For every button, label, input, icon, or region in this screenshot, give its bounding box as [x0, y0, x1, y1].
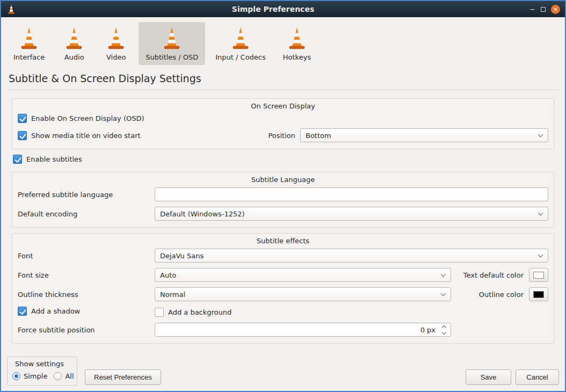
checkbox-box — [18, 307, 27, 316]
text-default-color-label: Text default color — [451, 271, 529, 279]
interface-icon — [17, 26, 41, 50]
tab-input-codecs[interactable]: Input / Codecs — [208, 22, 273, 65]
heading-divider — [8, 90, 558, 90]
simple-preferences-window: { "window": { "title": "Simple Preferenc… — [0, 0, 566, 392]
show-settings-groupbox: Show settings Simple All — [7, 357, 77, 386]
outline-thickness-label: Outline thickness — [18, 291, 155, 299]
checkbox-label: Add a background — [168, 308, 231, 316]
save-button[interactable]: Save — [466, 369, 511, 385]
radio-label: Simple — [24, 372, 47, 380]
input-codecs-icon — [228, 26, 253, 50]
font-size-label: Font size — [18, 271, 155, 279]
select-value: Bottom — [306, 132, 331, 140]
radio-circle — [54, 372, 62, 380]
enable-osd-checkbox[interactable]: Enable On Screen Display (OSD) — [18, 114, 144, 123]
force-position-label: Force subtitle position — [18, 326, 155, 334]
vlc-cone-icon — [6, 4, 17, 14]
select-value: DejaVu Sans — [160, 252, 204, 260]
tab-label: Interface — [13, 53, 45, 61]
select-value: Default (Windows-1252) — [160, 210, 245, 218]
window-title: Simple Preferences — [17, 5, 529, 13]
select-value: Normal — [160, 291, 185, 299]
tab-video[interactable]: Video — [97, 22, 135, 65]
tab-label: Video — [106, 53, 126, 61]
preferred-language-label: Preferred subtitle language — [18, 191, 155, 199]
default-encoding-label: Default encoding — [18, 210, 155, 218]
checkbox-label: Enable subtitles — [26, 155, 82, 163]
chevron-down-icon — [538, 132, 543, 137]
font-label: Font — [18, 252, 155, 260]
outline-thickness-select[interactable]: Normal — [155, 287, 451, 301]
text-default-color-button[interactable] — [529, 268, 548, 282]
groupbox-title: Subtitle effects — [17, 237, 549, 245]
window-controls: − ✕ — [529, 5, 560, 14]
spin-up-icon — [442, 325, 446, 329]
spin-down-icon — [442, 330, 446, 334]
minimize-button[interactable]: − — [529, 6, 535, 13]
spinner-value: 0 px — [420, 326, 436, 334]
tab-audio[interactable]: Audio — [55, 22, 93, 65]
checkbox-label: Enable On Screen Display (OSD) — [31, 114, 144, 122]
chevron-down-icon — [538, 252, 543, 258]
radio-simple[interactable]: Simple — [12, 372, 47, 380]
checkbox-box — [18, 131, 27, 140]
default-encoding-select[interactable]: Default (Windows-1252) — [155, 207, 548, 221]
subtitle-effects-groupbox: Subtitle effects Font DejaVu Sans Font s… — [12, 233, 554, 344]
video-icon — [104, 26, 128, 50]
add-shadow-checkbox[interactable]: Add a shadow — [18, 307, 80, 316]
osd-groupbox: On Screen Display Enable On Screen Displ… — [12, 98, 554, 149]
outline-color-button[interactable] — [529, 287, 548, 301]
subtitles-osd-icon — [159, 26, 184, 50]
maximize-button[interactable] — [541, 7, 546, 12]
checkbox-box — [13, 155, 22, 164]
add-background-checkbox[interactable]: Add a background — [155, 308, 231, 317]
checkbox-label: Show media title on video start — [31, 132, 141, 140]
show-settings-title: Show settings — [15, 360, 72, 368]
tab-subtitles-osd[interactable]: Subtitles / OSD — [139, 22, 205, 65]
radio-circle — [12, 372, 20, 380]
radio-all[interactable]: All — [54, 372, 74, 380]
position-select[interactable]: Bottom — [300, 128, 548, 142]
cancel-button[interactable]: Cancel — [516, 369, 559, 385]
checkbox-box — [155, 308, 164, 317]
page-title: Subtitle & On Screen Display Settings — [9, 72, 557, 84]
reset-preferences-button[interactable]: Reset Preferences — [85, 369, 161, 385]
hotkeys-icon — [285, 26, 309, 50]
tab-label: Subtitles / OSD — [146, 53, 198, 61]
chevron-down-icon — [538, 210, 543, 216]
titlebar: Simple Preferences − ✕ — [1, 1, 565, 17]
audio-icon — [62, 26, 86, 50]
tab-hotkeys[interactable]: Hotkeys — [276, 22, 318, 65]
tab-label: Audio — [64, 53, 84, 61]
preferences-toolbar: Interface Audio Video Subtitles / OSD In… — [1, 17, 565, 66]
close-button[interactable]: ✕ — [551, 5, 560, 14]
chevron-down-icon — [441, 272, 446, 277]
color-swatch — [533, 272, 544, 279]
spinner-buttons[interactable] — [440, 323, 448, 336]
tab-label: Input / Codecs — [215, 53, 266, 61]
show-media-title-checkbox[interactable]: Show media title on video start — [18, 131, 268, 140]
select-value: Auto — [160, 271, 176, 279]
preferred-language-input[interactable] — [155, 187, 548, 201]
radio-label: All — [65, 372, 74, 380]
subtitle-language-groupbox: Subtitle Language Preferred subtitle lan… — [12, 172, 554, 228]
checkbox-box — [18, 114, 27, 123]
groupbox-title: Subtitle Language — [17, 176, 549, 184]
chevron-down-icon — [441, 291, 446, 296]
outline-color-label: Outline color — [451, 291, 529, 299]
position-label: Position — [268, 132, 295, 140]
checkbox-label: Add a shadow — [31, 307, 80, 315]
enable-subtitles-checkbox[interactable]: Enable subtitles — [13, 155, 82, 164]
force-position-spinner[interactable]: 0 px — [155, 323, 451, 337]
font-size-select[interactable]: Auto — [155, 268, 451, 282]
tab-interface[interactable]: Interface — [6, 22, 52, 65]
groupbox-title: On Screen Display — [17, 102, 549, 110]
maximize-icon — [541, 7, 546, 12]
font-select[interactable]: DejaVu Sans — [155, 249, 548, 263]
tab-label: Hotkeys — [283, 53, 311, 61]
color-swatch — [533, 291, 544, 298]
